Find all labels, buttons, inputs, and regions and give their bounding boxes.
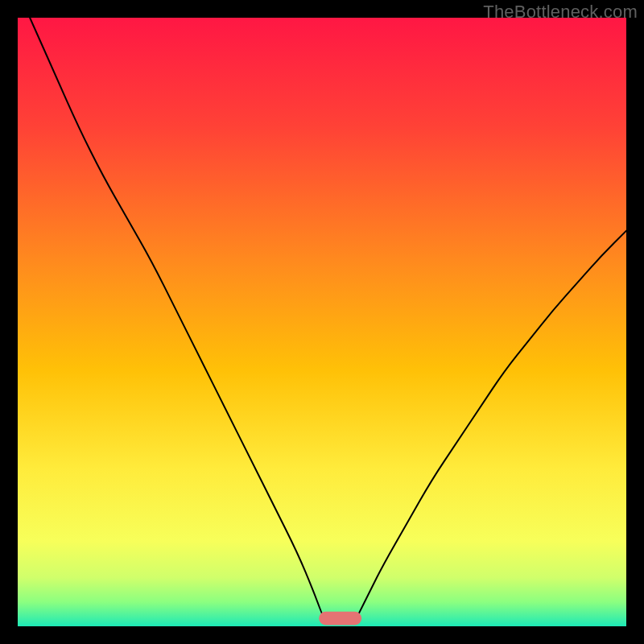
chart-frame: TheBottleneck.com (0, 0, 644, 644)
bottleneck-chart (18, 18, 626, 626)
optimal-marker (319, 612, 361, 625)
watermark-text: TheBottleneck.com (483, 2, 638, 23)
plot-area (18, 18, 626, 626)
chart-background (18, 18, 626, 626)
